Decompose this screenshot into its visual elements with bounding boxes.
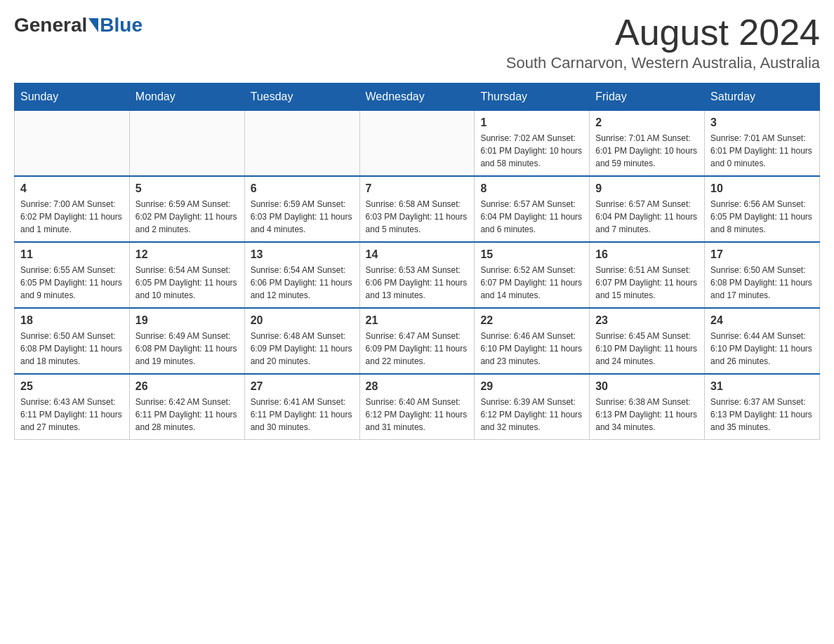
day-info: Sunrise: 6:39 AM Sunset: 6:12 PM Dayligh…	[480, 396, 583, 434]
day-number: 25	[20, 380, 124, 393]
title-section: August 2024 South Carnarvon, Western Aus…	[506, 14, 820, 72]
day-number: 4	[20, 182, 124, 195]
calendar-day-cell: 13Sunrise: 6:54 AM Sunset: 6:06 PM Dayli…	[244, 242, 359, 308]
calendar-table: SundayMondayTuesdayWednesdayThursdayFrid…	[14, 83, 820, 440]
day-number: 15	[480, 248, 583, 261]
day-number: 20	[251, 314, 354, 327]
day-number: 31	[710, 380, 814, 393]
day-info: Sunrise: 6:38 AM Sunset: 6:13 PM Dayligh…	[595, 396, 699, 434]
calendar-week-row: 1Sunrise: 7:02 AM Sunset: 6:01 PM Daylig…	[15, 111, 820, 177]
calendar-day-cell: 2Sunrise: 7:01 AM Sunset: 6:01 PM Daylig…	[590, 111, 705, 177]
day-number: 30	[595, 380, 699, 393]
day-of-week-header: Thursday	[475, 83, 590, 111]
day-of-week-header: Wednesday	[359, 83, 475, 111]
day-info: Sunrise: 6:51 AM Sunset: 6:07 PM Dayligh…	[595, 264, 699, 302]
day-of-week-header: Tuesday	[244, 83, 359, 111]
day-info: Sunrise: 6:37 AM Sunset: 6:13 PM Dayligh…	[710, 396, 814, 434]
calendar-day-cell: 3Sunrise: 7:01 AM Sunset: 6:01 PM Daylig…	[705, 111, 820, 177]
day-number: 23	[595, 314, 699, 327]
day-info: Sunrise: 6:59 AM Sunset: 6:02 PM Dayligh…	[135, 198, 239, 236]
day-info: Sunrise: 6:56 AM Sunset: 6:05 PM Dayligh…	[710, 198, 814, 236]
day-number: 18	[20, 314, 124, 327]
calendar-day-cell: 5Sunrise: 6:59 AM Sunset: 6:02 PM Daylig…	[129, 176, 244, 242]
calendar-day-cell: 30Sunrise: 6:38 AM Sunset: 6:13 PM Dayli…	[590, 374, 705, 440]
location-subtitle: South Carnarvon, Western Australia, Aust…	[506, 54, 820, 72]
calendar-day-cell	[129, 111, 244, 177]
day-number: 12	[135, 248, 239, 261]
day-info: Sunrise: 6:41 AM Sunset: 6:11 PM Dayligh…	[251, 396, 354, 434]
day-of-week-header: Friday	[590, 83, 705, 111]
calendar-day-cell: 17Sunrise: 6:50 AM Sunset: 6:08 PM Dayli…	[705, 242, 820, 308]
day-number: 28	[366, 380, 469, 393]
calendar-day-cell: 23Sunrise: 6:45 AM Sunset: 6:10 PM Dayli…	[590, 308, 705, 374]
calendar-day-cell: 12Sunrise: 6:54 AM Sunset: 6:05 PM Dayli…	[129, 242, 244, 308]
calendar-day-cell: 19Sunrise: 6:49 AM Sunset: 6:08 PM Dayli…	[129, 308, 244, 374]
day-info: Sunrise: 6:46 AM Sunset: 6:10 PM Dayligh…	[480, 330, 583, 368]
day-info: Sunrise: 6:47 AM Sunset: 6:09 PM Dayligh…	[366, 330, 469, 368]
day-info: Sunrise: 6:59 AM Sunset: 6:03 PM Dayligh…	[251, 198, 354, 236]
day-number: 5	[135, 182, 239, 195]
logo-triangle-icon	[88, 18, 98, 32]
calendar-week-row: 11Sunrise: 6:55 AM Sunset: 6:05 PM Dayli…	[15, 242, 820, 308]
day-info: Sunrise: 6:55 AM Sunset: 6:05 PM Dayligh…	[20, 264, 124, 302]
calendar-day-cell: 21Sunrise: 6:47 AM Sunset: 6:09 PM Dayli…	[359, 308, 475, 374]
logo-text: General Blue	[14, 14, 143, 36]
day-info: Sunrise: 7:01 AM Sunset: 6:01 PM Dayligh…	[710, 132, 814, 170]
day-number: 17	[710, 248, 814, 261]
calendar-day-cell: 28Sunrise: 6:40 AM Sunset: 6:12 PM Dayli…	[359, 374, 475, 440]
day-number: 6	[251, 182, 354, 195]
calendar-day-cell	[244, 111, 359, 177]
day-info: Sunrise: 6:50 AM Sunset: 6:08 PM Dayligh…	[710, 264, 814, 302]
page-header: General Blue August 2024 South Carnarvon…	[14, 14, 820, 72]
day-info: Sunrise: 6:58 AM Sunset: 6:03 PM Dayligh…	[366, 198, 469, 236]
day-of-week-header: Sunday	[15, 83, 130, 111]
day-number: 29	[480, 380, 583, 393]
calendar-day-cell: 10Sunrise: 6:56 AM Sunset: 6:05 PM Dayli…	[705, 176, 820, 242]
day-info: Sunrise: 6:40 AM Sunset: 6:12 PM Dayligh…	[366, 396, 469, 434]
calendar-day-cell: 31Sunrise: 6:37 AM Sunset: 6:13 PM Dayli…	[705, 374, 820, 440]
calendar-week-row: 4Sunrise: 7:00 AM Sunset: 6:02 PM Daylig…	[15, 176, 820, 242]
day-info: Sunrise: 7:00 AM Sunset: 6:02 PM Dayligh…	[20, 198, 124, 236]
calendar-day-cell: 15Sunrise: 6:52 AM Sunset: 6:07 PM Dayli…	[475, 242, 590, 308]
calendar-day-cell: 7Sunrise: 6:58 AM Sunset: 6:03 PM Daylig…	[359, 176, 475, 242]
day-info: Sunrise: 7:01 AM Sunset: 6:01 PM Dayligh…	[595, 132, 699, 170]
calendar-day-cell: 27Sunrise: 6:41 AM Sunset: 6:11 PM Dayli…	[244, 374, 359, 440]
calendar-day-cell	[15, 111, 130, 177]
day-number: 16	[595, 248, 699, 261]
day-number: 3	[710, 116, 814, 129]
day-info: Sunrise: 6:45 AM Sunset: 6:10 PM Dayligh…	[595, 330, 699, 368]
calendar-day-cell: 20Sunrise: 6:48 AM Sunset: 6:09 PM Dayli…	[244, 308, 359, 374]
calendar-day-cell: 4Sunrise: 7:00 AM Sunset: 6:02 PM Daylig…	[15, 176, 130, 242]
logo: General Blue	[14, 14, 143, 36]
calendar-day-cell	[359, 111, 475, 177]
calendar-header-row: SundayMondayTuesdayWednesdayThursdayFrid…	[15, 83, 820, 111]
calendar-day-cell: 14Sunrise: 6:53 AM Sunset: 6:06 PM Dayli…	[359, 242, 475, 308]
day-number: 14	[366, 248, 469, 261]
day-number: 8	[480, 182, 583, 195]
day-number: 21	[366, 314, 469, 327]
day-number: 9	[595, 182, 699, 195]
day-info: Sunrise: 6:57 AM Sunset: 6:04 PM Dayligh…	[595, 198, 699, 236]
day-number: 26	[135, 380, 239, 393]
month-title: August 2024	[506, 14, 820, 51]
day-number: 24	[710, 314, 814, 327]
day-info: Sunrise: 6:49 AM Sunset: 6:08 PM Dayligh…	[135, 330, 239, 368]
calendar-day-cell: 11Sunrise: 6:55 AM Sunset: 6:05 PM Dayli…	[15, 242, 130, 308]
calendar-day-cell: 24Sunrise: 6:44 AM Sunset: 6:10 PM Dayli…	[705, 308, 820, 374]
day-number: 13	[251, 248, 354, 261]
calendar-day-cell: 25Sunrise: 6:43 AM Sunset: 6:11 PM Dayli…	[15, 374, 130, 440]
day-info: Sunrise: 6:54 AM Sunset: 6:06 PM Dayligh…	[251, 264, 354, 302]
day-info: Sunrise: 6:48 AM Sunset: 6:09 PM Dayligh…	[251, 330, 354, 368]
calendar-day-cell: 16Sunrise: 6:51 AM Sunset: 6:07 PM Dayli…	[590, 242, 705, 308]
calendar-week-row: 18Sunrise: 6:50 AM Sunset: 6:08 PM Dayli…	[15, 308, 820, 374]
day-number: 2	[595, 116, 699, 129]
day-of-week-header: Monday	[129, 83, 244, 111]
logo-general: General	[14, 14, 87, 36]
day-info: Sunrise: 6:57 AM Sunset: 6:04 PM Dayligh…	[480, 198, 583, 236]
logo-blue: Blue	[100, 14, 143, 36]
calendar-day-cell: 6Sunrise: 6:59 AM Sunset: 6:03 PM Daylig…	[244, 176, 359, 242]
day-of-week-header: Saturday	[705, 83, 820, 111]
day-info: Sunrise: 6:44 AM Sunset: 6:10 PM Dayligh…	[710, 330, 814, 368]
calendar-day-cell: 29Sunrise: 6:39 AM Sunset: 6:12 PM Dayli…	[475, 374, 590, 440]
day-info: Sunrise: 6:43 AM Sunset: 6:11 PM Dayligh…	[20, 396, 124, 434]
